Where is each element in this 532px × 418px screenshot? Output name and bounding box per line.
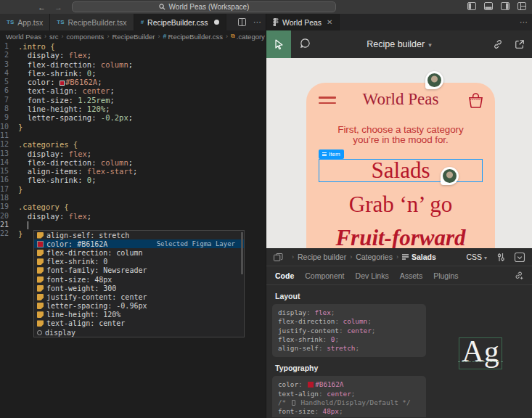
toggle-panel-icon[interactable] [484, 2, 493, 10]
back-button[interactable]: ← [38, 3, 46, 12]
customize-layout-icon[interactable] [517, 2, 526, 10]
line-number: 17 [0, 185, 18, 194]
breadcrumb-separator: › [44, 33, 46, 40]
filter-settings-icon[interactable] [496, 253, 505, 262]
code-text: align-items: flex-start; [18, 167, 137, 176]
breadcrumb-separator: › [396, 253, 398, 261]
autocomplete-item[interactable]: line-height: 120% [34, 311, 244, 319]
breadcrumb-item[interactable]: RecipeBuilder.css [168, 33, 224, 41]
inspect-tab-assets[interactable]: Assets [400, 271, 423, 280]
copy-link-icon[interactable] [493, 39, 503, 49]
code-line[interactable]: 7 font-size: 1.25rem; [0, 96, 266, 104]
autocomplete-item[interactable]: font-size: 48px [34, 275, 244, 284]
code-line[interactable]: 5 color: #B6162A; [0, 78, 266, 86]
tab-recipebuilder-css[interactable]: #RecipeBuilder.css [134, 14, 226, 30]
code-text: } [18, 123, 22, 131]
autocomplete-item[interactable]: font-family: Newsreader [34, 266, 244, 275]
category-salads[interactable]: Salads [306, 157, 495, 184]
inspect-tab-code[interactable]: Code [275, 271, 294, 280]
breadcrumb-categories[interactable]: Categories [356, 253, 393, 261]
cursor-icon [274, 39, 284, 49]
close-tab-icon[interactable]: ✕ [327, 18, 332, 26]
line-number: 20 [0, 212, 18, 221]
snippet-icon [37, 258, 44, 265]
autocomplete-scrollbar[interactable] [241, 232, 243, 274]
code-line[interactable]: 9 letter-spacing: -0.2px; [0, 113, 266, 122]
figma-canvas[interactable]: World Peas First, choose a tasty categor… [266, 58, 532, 248]
breadcrumb-item[interactable]: World Peas [6, 33, 41, 41]
code-line[interactable]: 14 flex-direction: column; [0, 158, 266, 167]
code-text: letter-spacing: -0.2px; [18, 113, 133, 122]
frames-icon[interactable] [274, 253, 283, 261]
basket-icon[interactable] [467, 92, 484, 108]
code-line[interactable]: 19.category { [0, 202, 266, 211]
split-editor-icon[interactable] [238, 18, 246, 26]
command-center-search[interactable]: World Peas (Workspace) [72, 1, 336, 12]
code-line[interactable]: 15 align-items: flex-start; [0, 167, 266, 176]
autocomplete-item[interactable]: font-weight: 300 [34, 284, 244, 292]
inspect-tab-dev-links[interactable]: Dev Links [356, 271, 389, 280]
code-line[interactable]: 2 display: flex; [0, 51, 266, 60]
autocomplete-item[interactable]: flex-direction: column [34, 248, 244, 257]
code-line[interactable]: 1.intro { [0, 42, 266, 51]
breadcrumb-item[interactable]: RecipeBuilder [112, 33, 155, 41]
breadcrumb-item[interactable]: src [49, 33, 59, 41]
snippet-icon [37, 267, 44, 274]
code-line[interactable]: 20 display: flex; [0, 212, 266, 221]
autocomplete-item[interactable]: flex-shrink: 0 [34, 258, 244, 266]
tab-recipebuilder-tsx[interactable]: TSRecipeBuilder.tsx [50, 14, 134, 30]
forward-button[interactable]: → [54, 3, 62, 12]
add-dev-link-icon[interactable] [514, 271, 523, 281]
comment-pin-avatar[interactable] [441, 167, 459, 185]
breadcrumb-item[interactable]: components [67, 33, 105, 41]
line-number: 5 [0, 78, 18, 86]
code-text: font-size: 1.25rem; [18, 96, 115, 104]
code-line[interactable]: 17} [0, 185, 266, 194]
code-line[interactable]: 10} [0, 123, 266, 131]
code-line[interactable]: 13 display: flex; [0, 149, 266, 158]
code-line[interactable]: 4 flex-shrink: 0; [0, 69, 266, 78]
comment-pin-avatar[interactable] [425, 71, 443, 89]
open-external-icon[interactable] [515, 39, 525, 49]
select-tool-button[interactable] [266, 30, 291, 58]
category-grab-n-go[interactable]: Grab ‘n’ go [306, 192, 495, 218]
code-line[interactable]: 6 text-align: center; [0, 86, 266, 95]
code-line[interactable]: 11 [0, 131, 266, 140]
toggle-secondary-sidebar-icon[interactable] [501, 2, 510, 10]
code-editor[interactable]: 1.intro {2 display: flex;3 flex-directio… [0, 42, 266, 418]
autocomplete-item[interactable]: justify-content: center [34, 292, 244, 301]
breadcrumb[interactable]: World Peas›src›components›RecipeBuilder›… [0, 30, 266, 42]
breadcrumb-recipe-builder[interactable]: Recipe builder [298, 253, 346, 261]
css-file-icon: # [141, 19, 144, 25]
css-code-block[interactable]: color: #B6162Atext-align: center;/* Hand… [272, 376, 426, 417]
code-line[interactable]: 16 flex-shrink: 0; [0, 176, 266, 184]
right-editor-more-icon[interactable]: ⋯ [520, 17, 528, 27]
tab-world-peas[interactable]: World Peas ✕ [266, 14, 340, 30]
code-text: } [18, 185, 22, 194]
css-code-block[interactable]: display: flex;flex-direction: column;jus… [272, 304, 426, 357]
code-line[interactable]: 21 [0, 221, 266, 229]
mobile-frame[interactable]: World Peas First, choose a tasty categor… [306, 83, 495, 248]
autocomplete-item[interactable]: text-align: center [34, 319, 244, 328]
tab-app-tsx[interactable]: TSApp.tsx [0, 14, 50, 30]
toggle-sidebar-icon[interactable] [467, 2, 476, 10]
snippet-icon [37, 250, 44, 256]
css-language-dropdown[interactable]: CSS ▾ [466, 253, 487, 261]
category-fruit-forward[interactable]: Fruit-forward [306, 225, 495, 248]
breadcrumb-salads[interactable]: Salads [412, 253, 436, 261]
autocomplete-item[interactable]: display [34, 328, 244, 337]
inspect-tab-component[interactable]: Component [305, 271, 344, 280]
code-line[interactable]: 18 [0, 194, 266, 202]
code-line[interactable]: 12.categories { [0, 140, 266, 149]
comment-tool-button[interactable] [300, 38, 311, 52]
autocomplete-item[interactable]: color: #B6162ASelected Figma Layer [34, 239, 244, 248]
breadcrumb-item[interactable]: .category [237, 33, 265, 41]
inspect-mode-icon[interactable] [515, 253, 525, 262]
code-text: flex-direction: column; [18, 158, 133, 167]
autocomplete-item[interactable]: letter-spacing: -0.96px [34, 302, 244, 311]
code-line[interactable]: 3 flex-direction: column; [0, 60, 266, 69]
code-line[interactable]: 8 line-height: 120%; [0, 104, 266, 113]
autocomplete-item[interactable]: align-self: stretch [34, 231, 244, 239]
editor-actions-more-icon[interactable]: ⋯ [253, 17, 261, 27]
inspect-tab-plugins[interactable]: Plugins [433, 271, 458, 280]
